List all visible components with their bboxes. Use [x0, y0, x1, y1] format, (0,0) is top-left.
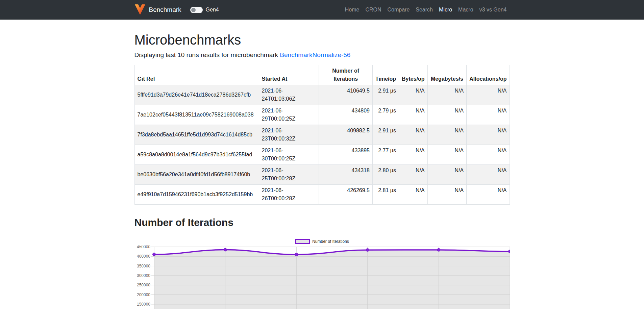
bytes-op-cell: N/A	[399, 145, 428, 165]
allocations-cell: N/A	[467, 145, 510, 165]
brand-label: Benchmark	[149, 6, 181, 14]
nav-item: Search	[413, 5, 436, 14]
nav-item: Compare	[384, 5, 413, 14]
nav-link-v3-vs-gen4[interactable]: v3 vs Gen4	[476, 5, 510, 14]
table-row: 5fffe91d3a79d26e41e741d18eca2786d3267cfb…	[134, 85, 510, 105]
megabytes-cell: N/A	[427, 145, 467, 165]
time-op-cell: 2.79 µs	[372, 105, 399, 125]
navbar: Benchmark Gen4 HomeCRONCompareSearchMicr…	[0, 0, 644, 20]
nav-item: Micro	[436, 5, 455, 14]
started-at-cell: 2021-06-24T01:03:06Z	[259, 85, 319, 105]
y-tick-label: 300000	[137, 273, 150, 278]
toggle-switch-icon[interactable]	[190, 7, 203, 13]
results-table: Git RefStarted AtNumber of IterationsTim…	[134, 65, 510, 205]
benchmark-link[interactable]: BenchmarkNormalize-56	[280, 51, 350, 58]
table-row: e49f910a7d15946231f690b1acb3f9252d5159bb…	[134, 185, 510, 205]
y-tick-label: 400000	[137, 254, 150, 259]
megabytes-cell: N/A	[427, 185, 467, 205]
table-header: Git RefStarted AtNumber of IterationsTim…	[134, 65, 510, 85]
git-ref-cell: 5fffe91d3a79d26e41e741d18eca2786d3267cfb	[134, 85, 259, 105]
y-tick-label: 450000	[137, 246, 150, 249]
nav-link-compare[interactable]: Compare	[384, 5, 413, 14]
bytes-op-cell: N/A	[399, 85, 428, 105]
nav-item: CRON	[362, 5, 384, 14]
main-content: Microbenchmarks Displaying last 10 runs …	[134, 32, 510, 309]
column-header-time-op: Time/op	[372, 65, 399, 85]
vitess-v-logo-icon	[134, 3, 146, 17]
git-ref-cell: 7f3da8ebd5aa14651ffe5d1d993d74c1614d85cb	[134, 125, 259, 145]
nav-link-micro[interactable]: Micro	[436, 5, 455, 14]
gen4-toggle[interactable]: Gen4	[190, 7, 219, 13]
git-ref-cell: e49f910a7d15946231f690b1acb3f9252d5159bb	[134, 185, 259, 205]
bytes-op-cell: N/A	[399, 185, 428, 205]
git-ref-cell: be0630bf56a20e341a0df40fd1d56fb89174f60b	[134, 165, 259, 185]
allocations-cell: N/A	[467, 85, 510, 105]
data-point	[508, 250, 510, 253]
table-row: 7f3da8ebd5aa14651ffe5d1d993d74c1614d85cb…	[134, 125, 510, 145]
started-at-cell: 2021-06- 26T00:00:28Z	[259, 185, 319, 205]
chart-area-fill	[154, 250, 510, 309]
time-op-cell: 2.91 µs	[372, 85, 399, 105]
table-row: a59c8a0a8d0014e8a1f564d9c97b3d1cf6255fad…	[134, 145, 510, 165]
subtitle-text: Displaying last 10 runs results for micr…	[134, 51, 280, 58]
legend-label: Number of Iterations	[312, 239, 349, 244]
allocations-cell: N/A	[467, 125, 510, 145]
y-tick-label: 350000	[137, 264, 150, 268]
y-tick-label: 150000	[137, 302, 150, 307]
allocations-cell: N/A	[467, 185, 510, 205]
allocations-cell: N/A	[467, 165, 510, 185]
data-point	[366, 249, 369, 251]
gen4-toggle-label: Gen4	[206, 7, 219, 13]
chart-legend[interactable]: Number of Iterations	[134, 239, 510, 244]
table-row: be0630bf56a20e341a0df40fd1d56fb89174f60b…	[134, 165, 510, 185]
nav-link-home[interactable]: Home	[342, 5, 363, 14]
started-at-cell: 2021-06-23T00:00:32Z	[259, 125, 319, 145]
table-row: 7ae102cef05443f813511ae09c7582169008a038…	[134, 105, 510, 125]
bytes-op-cell: N/A	[399, 125, 428, 145]
legend-swatch-icon	[295, 239, 310, 244]
nav-links: HomeCRONCompareSearchMicroMacrov3 vs Gen…	[342, 5, 510, 14]
allocations-cell: N/A	[467, 105, 510, 125]
git-ref-cell: a59c8a0a8d0014e8a1f564d9c97b3d1cf6255fad	[134, 145, 259, 165]
column-header-bytes-op: Bytes/op	[399, 65, 428, 85]
iterations-cell: 433895	[319, 145, 373, 165]
data-point	[224, 248, 226, 251]
column-header-started-at: Started At	[259, 65, 319, 85]
column-header-megabytes-s: Megabytes/s	[427, 65, 467, 85]
navbar-inner: Benchmark Gen4 HomeCRONCompareSearchMicr…	[134, 3, 510, 17]
time-op-cell: 2.80 µs	[372, 165, 399, 185]
iterations-cell: 434809	[319, 105, 373, 125]
time-op-cell: 2.81 µs	[372, 185, 399, 205]
column-header-allocations-op: Allocations/op	[467, 65, 510, 85]
time-op-cell: 2.77 µs	[372, 145, 399, 165]
table-body: 5fffe91d3a79d26e41e741d18eca2786d3267cfb…	[134, 85, 510, 205]
section-heading: Number of Iterations	[134, 217, 510, 228]
nav-item: Macro	[455, 5, 476, 14]
table-header-row: Git RefStarted AtNumber of IterationsTim…	[134, 65, 510, 85]
data-point	[295, 253, 298, 256]
megabytes-cell: N/A	[427, 125, 467, 145]
git-ref-cell: 7ae102cef05443f813511ae09c7582169008a038	[134, 105, 259, 125]
y-tick-label: 250000	[137, 283, 150, 287]
iterations-chart: 0500001000001500002000002500003000003500…	[134, 246, 510, 309]
nav-link-cron[interactable]: CRON	[362, 5, 384, 14]
megabytes-cell: N/A	[427, 165, 467, 185]
iterations-cell: 410649.5	[319, 85, 373, 105]
megabytes-cell: N/A	[427, 105, 467, 125]
column-header-number-of-iterations: Number of Iterations	[319, 65, 373, 85]
brand-link[interactable]: Benchmark	[134, 3, 181, 17]
y-tick-label: 200000	[137, 292, 150, 297]
iterations-cell: 434318	[319, 165, 373, 185]
data-point	[437, 249, 440, 251]
nav-item: Home	[342, 5, 363, 14]
nav-link-search[interactable]: Search	[413, 5, 436, 14]
data-point	[152, 253, 155, 256]
nav-link-macro[interactable]: Macro	[455, 5, 476, 14]
subtitle: Displaying last 10 runs results for micr…	[134, 51, 510, 59]
page-title: Microbenchmarks	[134, 32, 510, 47]
iterations-cell: 426269.5	[319, 185, 373, 205]
bytes-op-cell: N/A	[399, 105, 428, 125]
megabytes-cell: N/A	[427, 85, 467, 105]
started-at-cell: 2021-06-29T00:00:25Z	[259, 105, 319, 125]
time-op-cell: 2.91 µs	[372, 125, 399, 145]
